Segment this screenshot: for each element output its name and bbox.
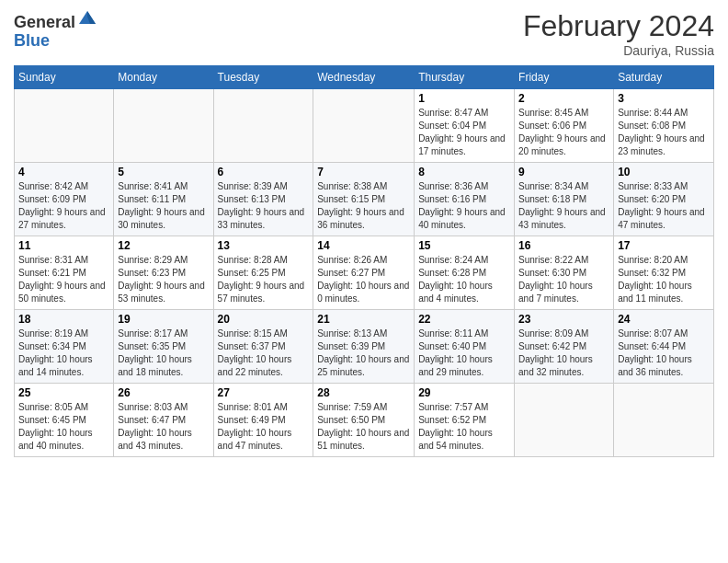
table-row: 5Sunrise: 8:41 AM Sunset: 6:11 PM Daylig… bbox=[114, 163, 213, 236]
day-number: 10 bbox=[618, 166, 710, 178]
day-info: Sunrise: 7:57 AM Sunset: 6:52 PM Dayligh… bbox=[418, 401, 510, 453]
calendar-table: Sunday Monday Tuesday Wednesday Thursday… bbox=[14, 65, 714, 457]
day-info: Sunrise: 8:05 AM Sunset: 6:45 PM Dayligh… bbox=[18, 401, 109, 453]
logo: General Blue bbox=[14, 9, 97, 51]
week-row-4: 18Sunrise: 8:19 AM Sunset: 6:34 PM Dayli… bbox=[15, 310, 714, 384]
table-row bbox=[313, 89, 415, 163]
day-number: 27 bbox=[218, 386, 310, 399]
table-row bbox=[114, 89, 213, 163]
col-sunday: Sunday bbox=[15, 66, 114, 89]
table-row: 11Sunrise: 8:31 AM Sunset: 6:21 PM Dayli… bbox=[15, 236, 114, 310]
table-row: 13Sunrise: 8:28 AM Sunset: 6:25 PM Dayli… bbox=[213, 236, 313, 310]
day-info: Sunrise: 7:59 AM Sunset: 6:50 PM Dayligh… bbox=[317, 401, 410, 453]
header-row: Sunday Monday Tuesday Wednesday Thursday… bbox=[15, 66, 714, 89]
day-number: 29 bbox=[418, 386, 510, 399]
week-row-2: 4Sunrise: 8:42 AM Sunset: 6:09 PM Daylig… bbox=[15, 163, 714, 236]
col-thursday: Thursday bbox=[415, 66, 515, 89]
day-info: Sunrise: 8:26 AM Sunset: 6:27 PM Dayligh… bbox=[317, 254, 410, 305]
logo-general: General bbox=[14, 13, 75, 31]
table-row: 28Sunrise: 7:59 AM Sunset: 6:50 PM Dayli… bbox=[313, 384, 415, 457]
table-row: 7Sunrise: 8:38 AM Sunset: 6:15 PM Daylig… bbox=[313, 163, 415, 236]
day-info: Sunrise: 8:31 AM Sunset: 6:21 PM Dayligh… bbox=[18, 254, 109, 305]
table-row bbox=[614, 384, 714, 457]
table-row: 10Sunrise: 8:33 AM Sunset: 6:20 PM Dayli… bbox=[614, 163, 714, 236]
day-info: Sunrise: 8:01 AM Sunset: 6:49 PM Dayligh… bbox=[218, 401, 310, 453]
day-number: 18 bbox=[18, 313, 109, 326]
day-number: 21 bbox=[317, 313, 410, 326]
col-monday: Monday bbox=[114, 66, 213, 89]
day-number: 19 bbox=[118, 313, 209, 326]
day-number: 24 bbox=[618, 313, 710, 326]
table-row: 9Sunrise: 8:34 AM Sunset: 6:18 PM Daylig… bbox=[515, 163, 614, 236]
day-number: 3 bbox=[618, 92, 710, 105]
page-container: General Blue February 2024 Dauriya, Russ… bbox=[0, 0, 728, 462]
day-info: Sunrise: 8:15 AM Sunset: 6:37 PM Dayligh… bbox=[218, 327, 310, 379]
day-number: 23 bbox=[518, 313, 609, 326]
col-saturday: Saturday bbox=[614, 66, 714, 89]
day-info: Sunrise: 8:41 AM Sunset: 6:11 PM Dayligh… bbox=[118, 180, 209, 232]
day-info: Sunrise: 8:34 AM Sunset: 6:18 PM Dayligh… bbox=[518, 180, 609, 232]
table-row: 23Sunrise: 8:09 AM Sunset: 6:42 PM Dayli… bbox=[515, 310, 614, 384]
day-number: 11 bbox=[18, 239, 109, 252]
col-wednesday: Wednesday bbox=[313, 66, 415, 89]
day-info: Sunrise: 8:47 AM Sunset: 6:04 PM Dayligh… bbox=[418, 107, 510, 158]
day-info: Sunrise: 8:17 AM Sunset: 6:35 PM Dayligh… bbox=[118, 327, 209, 379]
col-tuesday: Tuesday bbox=[213, 66, 313, 89]
location-subtitle: Dauriya, Russia bbox=[523, 43, 714, 58]
day-number: 12 bbox=[118, 239, 209, 252]
day-info: Sunrise: 8:24 AM Sunset: 6:28 PM Dayligh… bbox=[418, 254, 510, 305]
day-info: Sunrise: 8:22 AM Sunset: 6:30 PM Dayligh… bbox=[518, 254, 609, 305]
table-row: 8Sunrise: 8:36 AM Sunset: 6:16 PM Daylig… bbox=[415, 163, 515, 236]
day-info: Sunrise: 8:36 AM Sunset: 6:16 PM Dayligh… bbox=[418, 180, 510, 232]
table-row: 27Sunrise: 8:01 AM Sunset: 6:49 PM Dayli… bbox=[213, 384, 313, 457]
header: General Blue February 2024 Dauriya, Russ… bbox=[14, 9, 714, 58]
table-row: 15Sunrise: 8:24 AM Sunset: 6:28 PM Dayli… bbox=[415, 236, 515, 310]
day-info: Sunrise: 8:39 AM Sunset: 6:13 PM Dayligh… bbox=[218, 180, 310, 232]
col-friday: Friday bbox=[515, 66, 614, 89]
table-row: 6Sunrise: 8:39 AM Sunset: 6:13 PM Daylig… bbox=[213, 163, 313, 236]
day-number: 9 bbox=[518, 166, 609, 178]
day-number: 26 bbox=[118, 386, 209, 399]
day-info: Sunrise: 8:42 AM Sunset: 6:09 PM Dayligh… bbox=[18, 180, 109, 232]
table-row: 19Sunrise: 8:17 AM Sunset: 6:35 PM Dayli… bbox=[114, 310, 213, 384]
table-row bbox=[15, 89, 114, 163]
table-row: 1Sunrise: 8:47 AM Sunset: 6:04 PM Daylig… bbox=[415, 89, 515, 163]
day-number: 28 bbox=[317, 386, 410, 399]
table-row: 22Sunrise: 8:11 AM Sunset: 6:40 PM Dayli… bbox=[415, 310, 515, 384]
table-row: 12Sunrise: 8:29 AM Sunset: 6:23 PM Dayli… bbox=[114, 236, 213, 310]
table-row: 14Sunrise: 8:26 AM Sunset: 6:27 PM Dayli… bbox=[313, 236, 415, 310]
day-info: Sunrise: 8:20 AM Sunset: 6:32 PM Dayligh… bbox=[618, 254, 710, 305]
day-info: Sunrise: 8:45 AM Sunset: 6:06 PM Dayligh… bbox=[518, 107, 609, 158]
logo-blue: Blue bbox=[14, 31, 50, 50]
day-number: 4 bbox=[18, 166, 109, 178]
table-row: 17Sunrise: 8:20 AM Sunset: 6:32 PM Dayli… bbox=[614, 236, 714, 310]
day-info: Sunrise: 8:19 AM Sunset: 6:34 PM Dayligh… bbox=[18, 327, 109, 379]
table-row: 21Sunrise: 8:13 AM Sunset: 6:39 PM Dayli… bbox=[313, 310, 415, 384]
day-info: Sunrise: 8:13 AM Sunset: 6:39 PM Dayligh… bbox=[317, 327, 410, 379]
day-number: 13 bbox=[218, 239, 310, 252]
title-area: February 2024 Dauriya, Russia bbox=[523, 9, 714, 58]
day-number: 6 bbox=[218, 166, 310, 178]
day-info: Sunrise: 8:38 AM Sunset: 6:15 PM Dayligh… bbox=[317, 180, 410, 232]
month-year-title: February 2024 bbox=[523, 9, 714, 43]
table-row: 29Sunrise: 7:57 AM Sunset: 6:52 PM Dayli… bbox=[415, 384, 515, 457]
table-row: 4Sunrise: 8:42 AM Sunset: 6:09 PM Daylig… bbox=[15, 163, 114, 236]
day-number: 16 bbox=[518, 239, 609, 252]
table-row: 20Sunrise: 8:15 AM Sunset: 6:37 PM Dayli… bbox=[213, 310, 313, 384]
day-number: 1 bbox=[418, 92, 510, 105]
day-number: 8 bbox=[418, 166, 510, 178]
table-row: 18Sunrise: 8:19 AM Sunset: 6:34 PM Dayli… bbox=[15, 310, 114, 384]
day-number: 20 bbox=[218, 313, 310, 326]
day-number: 2 bbox=[518, 92, 609, 105]
day-info: Sunrise: 8:29 AM Sunset: 6:23 PM Dayligh… bbox=[118, 254, 209, 305]
table-row: 24Sunrise: 8:07 AM Sunset: 6:44 PM Dayli… bbox=[614, 310, 714, 384]
week-row-5: 25Sunrise: 8:05 AM Sunset: 6:45 PM Dayli… bbox=[15, 384, 714, 457]
logo-icon bbox=[77, 7, 97, 28]
day-info: Sunrise: 8:33 AM Sunset: 6:20 PM Dayligh… bbox=[618, 180, 710, 232]
day-info: Sunrise: 8:07 AM Sunset: 6:44 PM Dayligh… bbox=[618, 327, 710, 379]
day-number: 14 bbox=[317, 239, 410, 252]
day-number: 5 bbox=[118, 166, 209, 178]
table-row bbox=[515, 384, 614, 457]
week-row-3: 11Sunrise: 8:31 AM Sunset: 6:21 PM Dayli… bbox=[15, 236, 714, 310]
table-row: 16Sunrise: 8:22 AM Sunset: 6:30 PM Dayli… bbox=[515, 236, 614, 310]
